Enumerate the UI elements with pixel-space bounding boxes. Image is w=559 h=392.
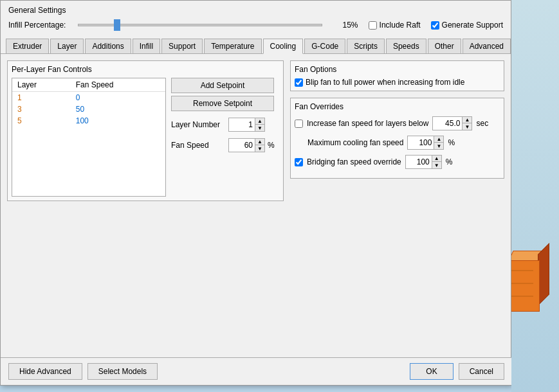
general-settings-section: General Settings Infill Percentage: 15% … [1,1,511,38]
fan-table: Layer Fan Speed 103505100 [12,78,165,127]
per-layer-fan-group: Per-Layer Fan Controls Layer Fan Speed [7,60,284,201]
fan-table-header-layer: Layer [12,78,71,92]
left-panel: Per-Layer Fan Controls Layer Fan Speed [7,60,284,345]
general-settings-title: General Settings [8,6,503,15]
bridging-fan-checkbox[interactable] [295,158,303,166]
tab-temperature[interactable]: Temperature [204,39,261,53]
fan-controls-layout: Layer Fan Speed 103505100 Add Setpoint R… [12,78,279,197]
tab-advanced[interactable]: Advanced [463,39,511,53]
increase-fan-label: Increase fan speed for layers below [307,119,428,128]
max-cooling-up[interactable]: ▲ [434,136,443,143]
fan-options-title: Fan Options [295,65,500,74]
bridging-fan-input[interactable] [406,157,432,167]
tab-support[interactable]: Support [161,39,203,53]
hide-advanced-button[interactable]: Hide Advanced [8,363,82,380]
max-cooling-down[interactable]: ▼ [434,143,443,149]
3d-preview [511,212,559,341]
layer-number-down[interactable]: ▼ [255,125,264,131]
infill-slider[interactable] [78,24,322,26]
increase-fan-down[interactable]: ▼ [463,123,472,130]
fan-speed-up[interactable]: ▲ [255,139,264,145]
tab-scripts[interactable]: Scripts [347,39,385,53]
layer-number-input[interactable]: 1 [229,120,255,130]
blip-fan-checkbox-item: Blip fan to full power when increasing f… [295,78,500,87]
tabs-row: Extruder Layer Additions Infill Support … [1,38,511,54]
increase-fan-row: Increase fan speed for layers below ▲ ▼ … [295,116,500,130]
increase-fan-input[interactable] [433,118,462,129]
tab-cooling[interactable]: Cooling [263,39,304,54]
fan-speed-row: Fan Speed 60 ▲ ▼ % [171,138,274,152]
max-cooling-label: Maximum cooling fan speed [307,138,403,147]
main-content: Per-Layer Fan Controls Layer Fan Speed [1,54,511,352]
layer-number-label: Layer Number [171,120,226,129]
layer-number-up[interactable]: ▲ [255,118,264,125]
layer-number-spinner-btns: ▲ ▼ [255,118,264,131]
table-cell-speed: 50 [71,103,165,115]
fan-overrides-title: Fan Overrides [295,102,500,111]
generate-support-checkbox[interactable] [431,21,439,30]
fan-speed-spinner-label: Fan Speed [171,141,226,150]
table-cell-layer: 5 [12,115,71,127]
max-cooling-spinner-btns: ▲ ▼ [434,136,443,149]
tab-extruder[interactable]: Extruder [6,39,49,53]
table-row[interactable]: 5100 [12,115,165,127]
bridging-fan-up[interactable]: ▲ [432,156,441,162]
fan-table-header-speed: Fan Speed [71,78,165,92]
increase-fan-checkbox[interactable] [295,120,303,128]
footer-right: OK Cancel [410,363,504,380]
fan-options-group: Fan Options Blip fan to full power when … [290,60,504,91]
tab-other[interactable]: Other [428,39,461,53]
bridging-fan-unit: % [446,157,453,166]
fan-table-container: Layer Fan Speed 103505100 [12,78,166,197]
infill-slider-container [78,19,331,31]
fan-speed-down[interactable]: ▼ [255,145,264,152]
layer-number-spinner: 1 ▲ ▼ [228,118,265,132]
bridging-fan-label: Bridging fan speed override [307,157,401,166]
fan-speed-unit: % [268,141,275,150]
ok-button[interactable]: OK [410,363,453,380]
infill-label: Infill Percentage: [8,21,73,30]
footer: Hide Advanced Select Models OK Cancel [1,357,512,385]
blip-fan-label: Blip fan to full power when increasing f… [306,78,464,87]
max-cooling-unit: % [448,138,455,147]
tab-speeds[interactable]: Speeds [386,39,426,53]
right-panel: Fan Options Blip fan to full power when … [290,60,504,345]
select-models-button[interactable]: Select Models [87,363,158,380]
infill-row: Infill Percentage: 15% Include Raft Gene… [8,19,503,31]
tab-layer[interactable]: Layer [50,39,84,53]
max-cooling-row: Maximum cooling fan speed ▲ ▼ % [295,136,500,150]
tab-infill[interactable]: Infill [133,39,160,53]
main-dialog: General Settings Infill Percentage: 15% … [0,0,511,386]
table-cell-speed: 0 [71,92,165,104]
footer-left: Hide Advanced Select Models [8,363,158,380]
preview-area [511,0,559,392]
tab-gcode[interactable]: G-Code [304,39,345,53]
table-row[interactable]: 350 [12,103,165,115]
bridging-fan-spinner-btns: ▲ ▼ [432,156,441,168]
infill-value: 15% [336,21,358,30]
max-cooling-input[interactable] [408,138,434,148]
include-raft-label: Include Raft [380,21,421,30]
fan-overrides-group: Fan Overrides Increase fan speed for lay… [290,98,504,179]
table-controls: Add Setpoint Remove Setpoint Layer Numbe… [171,78,274,152]
fan-speed-spinner: 60 ▲ ▼ [228,138,265,152]
max-cooling-spinner: ▲ ▼ [407,136,444,150]
bridging-fan-down[interactable]: ▼ [432,162,441,168]
include-raft-checkbox-item: Include Raft [369,21,421,30]
table-cell-layer: 3 [12,103,71,115]
fan-speed-spinner-btns: ▲ ▼ [255,139,264,152]
generate-support-label: Generate Support [442,21,503,30]
fan-speed-input[interactable]: 60 [229,140,255,150]
add-setpoint-button[interactable]: Add Setpoint [171,78,274,93]
header-checkboxes: Include Raft Generate Support [369,21,503,30]
bridging-fan-row: Bridging fan speed override ▲ ▼ % [295,155,500,169]
increase-fan-up[interactable]: ▲ [463,117,472,123]
table-row[interactable]: 10 [12,92,165,104]
blip-fan-checkbox[interactable] [295,78,303,87]
tab-additions[interactable]: Additions [85,39,131,53]
table-cell-speed: 100 [71,115,165,127]
increase-fan-spinner: ▲ ▼ [432,116,472,130]
include-raft-checkbox[interactable] [369,21,377,30]
remove-setpoint-button[interactable]: Remove Setpoint [171,96,274,111]
cancel-button[interactable]: Cancel [459,363,504,380]
